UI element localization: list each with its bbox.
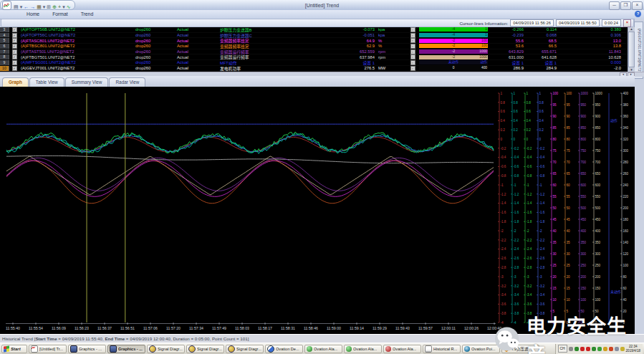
scroll-up-icon[interactable]: ▲ (630, 27, 633, 31)
start-button[interactable]: Start (1, 345, 27, 353)
tray-icon[interactable] (586, 347, 590, 351)
taskbar-button[interactable]: Graphics - ... (107, 345, 145, 353)
range-band[interactable]: -2100 (419, 39, 488, 43)
add-icon[interactable]: + (58, 4, 61, 9)
close-button[interactable]: × (632, 1, 643, 10)
restore-button[interactable]: ❐ (620, 1, 631, 10)
y-axis-tick-label: 0 (581, 321, 583, 325)
scale-checkbox[interactable]: ▫ (410, 38, 415, 43)
dropdown-caret-icon[interactable]: ▾ (43, 4, 46, 9)
image-icon[interactable]: ▦ (37, 4, 42, 9)
scale-checkbox[interactable]: ▫ (410, 33, 415, 38)
row-checkbox[interactable]: ✓ (12, 27, 17, 32)
status-text: = 04/09/2019 11:55:40, (57, 336, 105, 341)
tray-icon[interactable] (609, 347, 613, 351)
taskbar-button[interactable]: Ovation De... (265, 345, 303, 353)
range-band[interactable]: -21000 (419, 49, 488, 54)
taskbar-button[interactable]: Signal Diagr... (226, 345, 264, 353)
row-checkbox[interactable]: ✓ (12, 60, 17, 65)
trend-series (6, 161, 494, 196)
minimize-button[interactable]: ─ (609, 1, 620, 10)
trend-line-icon[interactable]: ∿ (67, 4, 71, 9)
range-band[interactable]: -41 (419, 27, 488, 32)
y-axis-tick-label: 0 (595, 321, 597, 325)
range-band[interactable]: 0400 (419, 66, 488, 70)
view-tab-table-view[interactable]: Table View (29, 77, 64, 87)
taskbar-button[interactable]: Ovation Poi... (462, 345, 500, 353)
scale-checkbox[interactable]: ▫ (410, 66, 415, 71)
row-number[interactable]: 6 (0, 44, 9, 49)
cursor-duration-field[interactable]: 0:00:24 (602, 19, 621, 27)
table-vertical-scrollbar[interactable]: ▲ ▼ (628, 27, 635, 72)
scale-checkbox[interactable]: ▫ (410, 54, 415, 59)
row-checkbox[interactable]: ✓ (12, 44, 17, 49)
app-logo-icon[interactable] (2, 1, 11, 10)
row-number[interactable]: 3 (0, 27, 9, 32)
row-checkbox[interactable]: ✓ (12, 49, 17, 54)
taskbar-button[interactable]: Ovation Ala... (304, 345, 342, 353)
grid-icon[interactable]: ⊞ (47, 4, 51, 9)
point-drop: drop260 (135, 39, 177, 43)
scale-checkbox[interactable]: ▫ (410, 60, 415, 65)
range-band[interactable]: 未动作动作 (419, 60, 488, 64)
cursor-info-close-icon[interactable]: × (623, 19, 631, 27)
dropdown-caret-icon[interactable]: ▾ (20, 4, 23, 9)
row-checkbox[interactable]: ✓ (12, 33, 17, 38)
tray-icon[interactable] (592, 347, 596, 351)
taskbar-button[interactable]: Graphics - ... (68, 345, 106, 353)
back-arrow-icon[interactable]: ← (24, 4, 29, 9)
taskbar-button[interactable]: [Untitled] Tr... (29, 345, 67, 353)
taskbar-button[interactable]: Historical R... (423, 345, 461, 353)
row-checkbox[interactable]: ✓ (12, 38, 17, 43)
range-min: 未动作 (419, 60, 488, 64)
trend-chart-canvas[interactable]: 11:55:4011:55:5411:56:0911:56:2311:56:37… (0, 87, 635, 334)
scale-checkbox[interactable]: ▫ (410, 49, 415, 54)
scale-checkbox[interactable]: ▫ (410, 44, 415, 49)
row-checkbox[interactable]: ✓ (12, 66, 17, 71)
status-text: Historical Trend [ (2, 336, 35, 341)
tray-icon[interactable] (597, 347, 602, 351)
taskbar-button[interactable]: Signal Diagr... (147, 345, 185, 353)
row-number[interactable]: 5 (0, 38, 9, 43)
zoom-icon[interactable]: ⊕ (52, 4, 57, 9)
title-bar: ▤▾←→▦▾⊞⊕+▾∿ [Untitled] Trend ─ ❐ × (0, 0, 644, 10)
y-axis-tick-label: 250 (581, 264, 587, 267)
taskbar-button[interactable]: Ovation Ala... (344, 345, 382, 353)
row-number[interactable]: 10 (0, 66, 9, 71)
row-number[interactable]: 8 (0, 54, 9, 59)
language-indicator[interactable]: CH (558, 345, 567, 353)
forward-arrow-icon[interactable]: → (30, 4, 35, 9)
tray-icon[interactable] (620, 347, 625, 351)
taskbar-clock[interactable]: 22:34 2019/4/18 (626, 345, 640, 353)
cursor1-time-field[interactable]: 04/09/2019 11:56:26 (510, 19, 554, 27)
side-point-tab[interactable]: (A)GEVJT001.UNIT2@NET2 (634, 21, 643, 79)
help-icon[interactable]: ? (635, 11, 641, 17)
trend-graph[interactable]: 11:55:4011:55:5411:56:0911:56:2311:56:37… (0, 87, 635, 334)
tray-icon[interactable] (603, 347, 607, 351)
tray-icon[interactable] (615, 347, 619, 351)
row-number[interactable]: 7 (0, 49, 9, 54)
row-number[interactable]: 4 (0, 33, 9, 38)
taskbar-button[interactable]: 4.9负压波... (501, 345, 539, 353)
range-band[interactable]: -21000 (419, 55, 488, 59)
taskbar-button[interactable]: Signal Diagr... (186, 345, 224, 353)
tray-icon[interactable] (569, 347, 573, 351)
range-band[interactable]: -41 (419, 33, 488, 37)
view-tab-graph[interactable]: Graph (2, 77, 29, 87)
y-axis-tick-label: -2.4 (527, 247, 532, 251)
range-band[interactable]: -2100 (419, 44, 488, 48)
scale-checkbox[interactable]: ▫ (410, 27, 415, 32)
chart-icon[interactable]: ▤ (14, 4, 19, 9)
dropdown-caret-icon[interactable]: ▾ (62, 4, 65, 9)
row-checkbox[interactable]: ✓ (12, 54, 17, 59)
ribbon-tab-trend[interactable]: Trend (75, 10, 100, 19)
view-tab-radar-view[interactable]: Radar View (109, 77, 145, 87)
row-number[interactable]: 9 (0, 60, 9, 65)
scrollbar-thumb[interactable] (628, 32, 635, 67)
view-tab-summary-view[interactable]: Summary View (65, 77, 109, 87)
table-row[interactable]: 10✓(A)GEVJT001.UNIT2@NET2drop260Actual发电… (0, 66, 635, 72)
tray-icon[interactable] (580, 347, 585, 351)
tray-icon[interactable] (575, 347, 579, 351)
taskbar-button[interactable]: Ovation Ala... (383, 345, 421, 353)
cursor2-time-field[interactable]: 04/09/2019 11:56:50 (556, 19, 600, 27)
